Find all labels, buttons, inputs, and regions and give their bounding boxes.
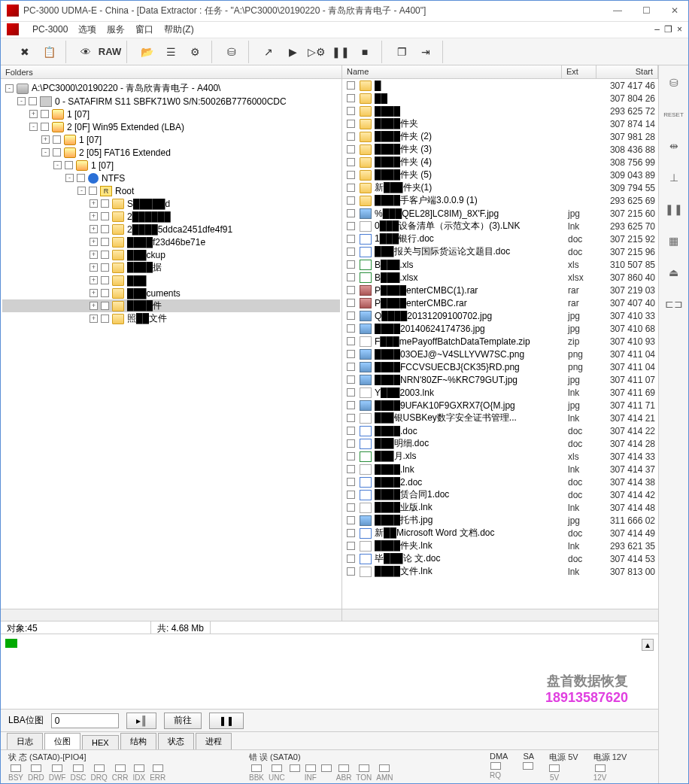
expand-icon[interactable]: + bbox=[90, 212, 98, 220]
chip-icon[interactable]: ▦ bbox=[664, 231, 684, 251]
file-checkbox[interactable] bbox=[347, 94, 355, 102]
col-header-start[interactable]: Start bbox=[596, 65, 658, 78]
file-row[interactable]: ████件夹 (3)308 436 88 bbox=[342, 143, 658, 156]
file-row[interactable]: ███明细.docdoc307 414 28 bbox=[342, 437, 658, 450]
tree-checkbox[interactable] bbox=[101, 302, 109, 310]
menu-options[interactable]: 选项 bbox=[78, 23, 96, 36]
minimize-button[interactable]: — bbox=[610, 5, 625, 16]
folder-tree[interactable]: -A:\PC3000\20190220 - 青岛欣青青电子 - A400\-0 … bbox=[1, 79, 341, 609]
file-row[interactable]: ████业版.lnklnk307 414 48 bbox=[342, 501, 658, 514]
file-row[interactable]: P████enterCMBC.rarrar307 407 40 bbox=[342, 296, 658, 309]
file-row[interactable]: B███.xlsxxlsx307 860 40 bbox=[342, 271, 658, 284]
file-row[interactable]: ████20140624174736.jpgjpg307 410 68 bbox=[342, 322, 658, 335]
file-checkbox[interactable] bbox=[347, 375, 355, 384]
mdi-restore-button[interactable]: ❐ bbox=[664, 24, 672, 35]
file-checkbox[interactable] bbox=[347, 427, 355, 435]
file-row[interactable]: ████件夹 (5)309 043 89 bbox=[342, 169, 658, 181]
expand-icon[interactable]: + bbox=[90, 199, 98, 208]
file-checkbox[interactable] bbox=[347, 542, 355, 550]
file-checkbox[interactable] bbox=[347, 107, 355, 115]
pause-icon[interactable]: ❚❚ bbox=[332, 43, 350, 61]
tree-node[interactable]: -A:\PC3000\20190220 - 青岛欣青青电子 - A400\ bbox=[2, 82, 340, 95]
tree-node[interactable]: +████据 bbox=[2, 261, 340, 274]
exit-icon[interactable]: ⇥ bbox=[417, 43, 435, 61]
tree-node[interactable]: +███cuments bbox=[2, 287, 340, 299]
file-row[interactable]: ████293 625 72 bbox=[342, 105, 658, 117]
tab-进程[interactable]: 进程 bbox=[196, 733, 232, 749]
file-row[interactable]: %███QEL28]LC8IM)_8X'F.jpgjpg307 215 60 bbox=[342, 207, 658, 220]
file-row[interactable]: ██307 804 26 bbox=[342, 92, 658, 105]
tree-checkbox[interactable] bbox=[65, 161, 73, 169]
file-checkbox[interactable] bbox=[347, 529, 355, 537]
play-icon[interactable]: ▶ bbox=[284, 43, 302, 61]
tree-checkbox[interactable] bbox=[101, 212, 109, 220]
file-row[interactable]: ████件夹307 874 14 bbox=[342, 117, 658, 130]
file-checkbox[interactable] bbox=[347, 363, 355, 371]
cylinder-icon[interactable]: ⛁ bbox=[223, 43, 241, 61]
file-checkbox[interactable] bbox=[347, 273, 355, 281]
file-checkbox[interactable] bbox=[347, 516, 355, 524]
tree-checkbox[interactable] bbox=[53, 135, 61, 144]
col-header-ext[interactable]: Ext bbox=[562, 65, 596, 78]
file-checkbox[interactable] bbox=[347, 401, 355, 409]
menu-logo-label[interactable]: PC-3000 bbox=[32, 24, 68, 35]
file-checkbox[interactable] bbox=[347, 452, 355, 460]
tree-checkbox[interactable] bbox=[101, 263, 109, 272]
expand-icon[interactable]: + bbox=[90, 315, 98, 323]
menu-help[interactable]: 帮助(Z) bbox=[164, 23, 193, 36]
file-row[interactable]: Q████20131209100702.jpgjpg307 410 33 bbox=[342, 309, 658, 322]
file-row[interactable]: 毕███论 文.docdoc307 414 53 bbox=[342, 552, 658, 565]
file-row[interactable]: █307 417 46 bbox=[342, 79, 658, 92]
lba-go-button[interactable]: 前往 bbox=[164, 713, 202, 729]
lba-pause-button[interactable]: ❚❚ bbox=[209, 713, 244, 729]
file-row[interactable]: 新██Microsoft Word 文档.docdoc307 414 49 bbox=[342, 527, 658, 539]
report-icon[interactable]: 📋 bbox=[40, 43, 58, 61]
folder-open-icon[interactable]: 📂 bbox=[138, 43, 156, 61]
play-settings-icon[interactable]: ▷⚙ bbox=[308, 43, 326, 61]
file-row[interactable]: ████文件.lnklnk307 813 00 bbox=[342, 565, 658, 578]
db-icon[interactable]: ⛁ bbox=[664, 73, 684, 93]
file-row[interactable]: ████件夹.lnklnk293 621 35 bbox=[342, 539, 658, 552]
tree-checkbox[interactable] bbox=[41, 110, 49, 118]
file-checkbox[interactable] bbox=[347, 158, 355, 166]
file-row[interactable]: ███月.xlsxls307 414 33 bbox=[342, 450, 658, 463]
expand-icon[interactable]: + bbox=[90, 238, 98, 246]
reset-icon[interactable]: RESET bbox=[664, 105, 684, 124]
file-checkbox[interactable] bbox=[347, 145, 355, 153]
file-checkbox[interactable] bbox=[347, 209, 355, 217]
tree-scrollbar[interactable] bbox=[1, 609, 341, 621]
tree-checkbox[interactable] bbox=[101, 276, 109, 284]
expand-icon[interactable]: + bbox=[29, 110, 38, 118]
tree-node[interactable]: -0 - SATAFIRM S11 SBFK71W0 S/N:50026B777… bbox=[2, 95, 340, 108]
tree-node[interactable]: +2██████ bbox=[2, 210, 340, 223]
file-row[interactable]: ████.docdoc307 414 22 bbox=[342, 424, 658, 437]
file-row[interactable]: ███报关与国际货运论文题目.docdoc307 215 96 bbox=[342, 245, 658, 258]
file-checkbox[interactable] bbox=[347, 337, 355, 345]
marker-icon[interactable]: ⊥ bbox=[664, 168, 684, 187]
pause-side-icon[interactable]: ❚❚ bbox=[664, 199, 684, 219]
tree-node[interactable]: -2 [05] FAT16 Extended bbox=[2, 146, 340, 159]
file-checkbox[interactable] bbox=[347, 324, 355, 333]
tab-状态[interactable]: 状态 bbox=[158, 733, 194, 749]
file-row[interactable]: ████赁合同1.docdoc307 414 42 bbox=[342, 488, 658, 501]
file-checkbox[interactable] bbox=[347, 465, 355, 473]
file-row[interactable]: ████03OEJ@~V4SLLYVW7SC.pngpng307 411 04 bbox=[342, 348, 658, 360]
file-checkbox[interactable] bbox=[347, 414, 355, 422]
file-row[interactable]: ████9UFAK10F9GXRX7{O{M.jpgjpg307 411 71 bbox=[342, 399, 658, 412]
menu-service[interactable]: 服务 bbox=[107, 23, 125, 36]
mdi-minimize-button[interactable]: – bbox=[654, 24, 660, 35]
tree-checkbox[interactable] bbox=[89, 187, 97, 195]
file-row[interactable]: F███mePayoffBatchDataTemplate.zipzip307 … bbox=[342, 335, 658, 348]
file-checkbox[interactable] bbox=[347, 388, 355, 397]
expand-icon[interactable]: - bbox=[17, 97, 26, 105]
tab-位图[interactable]: 位图 bbox=[44, 733, 80, 749]
file-checkbox[interactable] bbox=[347, 248, 355, 256]
tree-checkbox[interactable] bbox=[41, 123, 49, 131]
tree-checkbox[interactable] bbox=[101, 315, 109, 323]
tree-node[interactable]: +███ckup bbox=[2, 248, 340, 261]
tree-checkbox[interactable] bbox=[101, 238, 109, 246]
file-checkbox[interactable] bbox=[347, 311, 355, 320]
collapse-up-button[interactable]: ▴ bbox=[642, 639, 654, 651]
search-icon[interactable]: 👁 bbox=[77, 43, 95, 61]
file-checkbox[interactable] bbox=[347, 350, 355, 358]
